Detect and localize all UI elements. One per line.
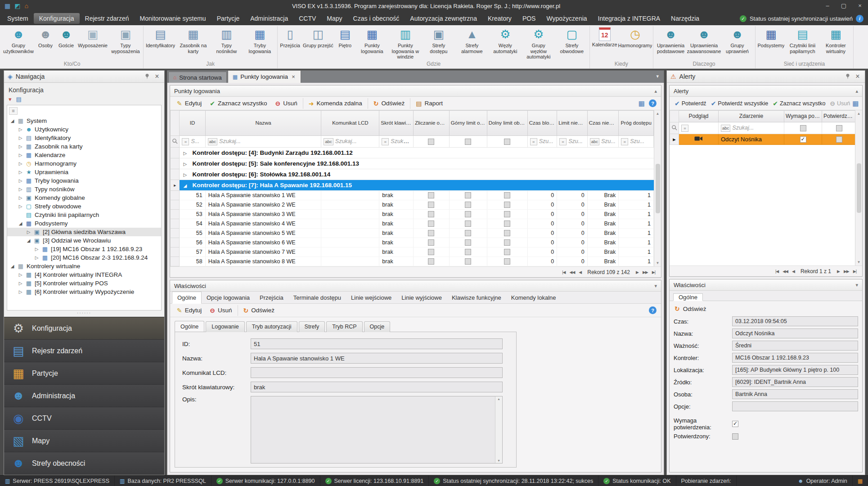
pager-button[interactable]: ▶| <box>651 269 657 275</box>
pin-icon[interactable] <box>845 73 851 80</box>
tree-expander-icon[interactable]: ▷ <box>18 204 23 209</box>
tree-item[interactable]: ▷ ▦ Tryby logowania <box>7 176 161 185</box>
toolbar-button[interactable]: ▤ Raport <box>410 98 447 109</box>
sub-tab[interactable]: Tryb RCP <box>326 321 362 332</box>
column-header[interactable]: Górny limit obecnych <box>449 111 487 136</box>
module-button[interactable]: ⚙ Konfiguracja <box>4 317 164 340</box>
ribbon-item[interactable]: ▦ Tryby logowania <box>243 26 276 61</box>
toolbar-button[interactable]: ✔ Potwierdź <box>672 98 709 109</box>
menu-item[interactable]: Mapy <box>321 13 347 24</box>
checkbox[interactable] <box>428 192 434 198</box>
ribbon-item[interactable]: ☻ Osoby <box>35 26 56 61</box>
properties-tab[interactable]: Ogólne <box>673 293 703 301</box>
checkbox[interactable] <box>465 249 471 255</box>
ribbon-item[interactable]: ▢ Strefy obwodowe <box>555 26 589 61</box>
help-icon[interactable]: ? <box>649 99 657 107</box>
column-header[interactable]: Nazwa <box>205 111 321 136</box>
ribbon-item[interactable]: ▣ Wyposażenie <box>76 26 109 61</box>
sub-tab[interactable]: Tryb autoryzacji <box>246 321 297 332</box>
column-header[interactable]: Limit nieudanych prób logowania <box>557 111 588 136</box>
close-icon[interactable]: × <box>153 72 161 81</box>
filter-cell[interactable]: =S... <box>180 136 205 148</box>
menu-item[interactable]: CCTV <box>293 13 321 24</box>
table-row[interactable]: 57 Hala A Spawanie stanowisko 7 WE brak … <box>171 248 654 257</box>
table-row[interactable]: 53 Hala A Spawanie stanowisko 3 WE brak … <box>171 210 654 219</box>
properties-tab[interactable]: Ogólne <box>172 292 202 304</box>
lcd-message-field[interactable] <box>251 367 503 378</box>
ribbon-item[interactable]: ◫ Grupy przejść <box>301 26 335 61</box>
ribbon-item[interactable]: ⚙ Węzły automatyki <box>489 26 522 61</box>
group-row[interactable]: ▷Kontroler dostępu: [5]: Sale konferency… <box>171 158 654 169</box>
ribbon-item[interactable]: ▯ Przejścia <box>279 26 301 61</box>
checkbox[interactable] <box>504 249 510 255</box>
pager-button[interactable]: ▶▶ <box>641 269 649 275</box>
ribbon-item[interactable]: ▤ Identyfikatory <box>144 26 176 61</box>
ribbon-item[interactable]: ▤ Czytniki linii papilarnych <box>786 26 819 61</box>
properties-tab[interactable]: Opcje logowania <box>202 292 255 303</box>
tree-item[interactable]: ▤ Czytniki linii papilarnych <box>7 211 161 219</box>
ribbon-item[interactable]: ▦ Zasobnik na karty <box>176 26 210 61</box>
properties-tab[interactable]: Linie wyjściowe <box>396 292 447 303</box>
toolbar-button[interactable]: ✔ Zaznacz wszystko <box>770 98 828 109</box>
pager-button[interactable]: ▶▶ <box>842 268 850 274</box>
filter-cell[interactable]: abcSzu... <box>587 136 619 148</box>
tree-item[interactable]: ▷ ▣ [2] Główna siedziba Warszawa <box>7 228 161 236</box>
menu-item[interactable]: Partycje <box>211 13 245 24</box>
toolbar-button[interactable]: ✎ Edytuj <box>173 305 206 316</box>
checkbox[interactable] <box>465 192 471 198</box>
properties-tab[interactable]: Linie wejściowe <box>346 292 396 303</box>
scroll-down-icon[interactable]: ▼ <box>857 260 861 264</box>
ribbon-item[interactable]: ☻ Grupy uprawnień <box>721 26 754 61</box>
filter-cell[interactable] <box>449 136 487 148</box>
tree-item[interactable]: ▷ ▦ [19] MC16 Obszar 1 192.168.9.23 <box>7 245 161 253</box>
menu-item[interactable]: Wypożyczenia <box>541 13 592 24</box>
tree-item[interactable]: ▷ ▢ Strefy obwodowe <box>7 202 161 211</box>
ribbon-item[interactable]: ▦ Podsystemy <box>756 26 786 61</box>
tree-expander-icon[interactable]: ▷ <box>26 230 31 234</box>
column-header[interactable]: Potwierdzony <box>822 111 856 122</box>
document-tab[interactable]: ▦ Punkty logowania × <box>228 70 301 83</box>
column-header[interactable]: Zliczanie obecnych <box>414 111 450 136</box>
toolbar-button[interactable]: ⊖ Usuń <box>828 98 852 109</box>
sub-tab[interactable]: Strefy <box>299 321 325 332</box>
tree-expander-icon[interactable]: ▷ <box>34 247 39 252</box>
group-row[interactable]: ▷Kontroler dostępu: [6]: Stołówka 192.16… <box>171 169 654 180</box>
column-header[interactable]: Skrót klawiatu... <box>379 111 414 136</box>
tree-expander-icon[interactable]: ▷ <box>18 161 23 166</box>
tree-item[interactable]: ▷ ▦ Kalendarze <box>7 151 161 159</box>
column-chooser-icon[interactable]: ▦ <box>852 99 859 108</box>
menu-item[interactable]: Rejestr zdarzeń <box>80 13 135 24</box>
checkbox[interactable] <box>465 258 471 265</box>
menu-item[interactable]: Czas i obecność <box>348 13 405 24</box>
id-field[interactable]: 51 <box>251 338 503 349</box>
filter-cell[interactable] <box>487 136 527 148</box>
filter-cell[interactable]: abcSzukaj... <box>719 122 784 134</box>
filter-operator-icon[interactable]: abc <box>590 138 599 145</box>
module-button[interactable]: ▤ Rejestr zdarzeń <box>4 340 164 362</box>
menu-item[interactable]: Narzędzia <box>666 13 705 24</box>
collapse-all-icon[interactable]: ▾ <box>9 96 12 103</box>
close-icon[interactable]: × <box>854 72 861 81</box>
filter-operator-icon[interactable]: = <box>681 125 688 132</box>
checkbox[interactable] <box>504 211 510 217</box>
collapse-icon[interactable]: ▾ <box>654 283 657 289</box>
table-row[interactable]: 56 Hala A Spawanie stanowisko 6 WE brak … <box>171 238 654 248</box>
scrollbar-thumb[interactable] <box>857 163 861 213</box>
ribbon-item[interactable]: ▲ Strefy alarmowe <box>455 26 489 61</box>
ribbon-item[interactable]: ▦ Punkty logowania <box>355 26 389 61</box>
sub-tab[interactable]: Logowanie <box>206 321 244 332</box>
scroll-up-icon[interactable]: ▲ <box>656 112 660 116</box>
pager-button[interactable]: ◀ <box>791 268 796 274</box>
checkbox[interactable] <box>428 258 434 265</box>
description-field[interactable]: ▲ ▼ <box>251 396 503 464</box>
tree-item[interactable]: ▷ ▣ Komendy globalne <box>7 194 161 202</box>
filter-operator-icon[interactable]: = <box>621 138 628 145</box>
filter-cell[interactable]: =Szu... <box>527 136 557 148</box>
tab-list-dropdown-icon[interactable]: ▾ <box>652 73 663 83</box>
ribbon-item[interactable]: ▦ Kontroler wirtualny <box>819 26 852 61</box>
pager-button[interactable]: |◀ <box>561 269 567 275</box>
column-header[interactable]: Podgląd <box>679 111 719 122</box>
module-button[interactable]: ▧ Mapy <box>4 430 164 452</box>
name-field[interactable]: Hala A Spawanie stanowisko 1 WE <box>251 353 503 364</box>
tree-expander-icon[interactable]: ▷ <box>18 195 23 200</box>
